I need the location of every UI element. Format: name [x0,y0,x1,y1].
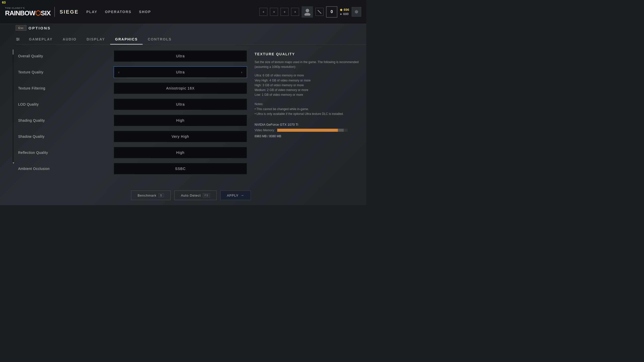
svg-point-7 [17,38,18,39]
gpu-info: NVIDIA GeForce GTX 1070 Ti Video Memory:… [255,123,361,138]
texture-quality-right-arrow[interactable]: › [240,69,244,75]
add-btn-2[interactable]: + [270,8,278,16]
add-btn-1[interactable]: + [259,8,267,16]
setting-row-overall-quality: Overall Quality Ultra [16,50,247,63]
nav-links: PLAY OPERATORS SHOP [86,9,259,15]
content-area: ▼ Overall Quality Ultra Texture Quality … [16,50,366,178]
svg-point-8 [18,39,19,40]
cancel-icon[interactable] [315,8,324,16]
squad-count[interactable]: 0 [326,6,337,18]
avatar[interactable] [302,6,313,18]
currency-area: ◆ 696 ● 600 [340,8,349,16]
svg-point-9 [17,40,18,41]
info-notes: Notes: • This cannot be changed while in… [255,102,361,116]
setting-row-texture-filtering: Texture Filtering Anisotropic 16X [16,82,247,95]
add-btn-4[interactable]: + [291,8,299,16]
auto-detect-label: Auto Detect [181,194,201,197]
vram-label: Video Memory: [255,128,275,132]
label-texture-quality: Texture Quality [16,70,114,74]
logo-area: TOM CLANCY'S RAINBOW⬡SIX SIEGE [5,7,79,17]
tab-bar: GAMEPLAY AUDIO DISPLAY GRAPHICS CONTROLS [16,35,366,44]
texture-quality-value: Ultra [121,70,240,74]
setting-row-texture-quality: Texture Quality ‹ Ultra › [16,66,247,79]
breadcrumb: Esc OPTIONS [16,25,366,31]
value-texture-quality[interactable]: ‹ Ultra › [114,66,247,78]
label-reflection-quality: Reflection Quality [16,151,114,155]
info-panel: TEXTURE QUALITY Set the size of texture … [247,50,366,178]
add-btn-3[interactable]: + [280,8,289,16]
esc-button[interactable]: Esc [16,25,26,31]
svg-point-1 [304,13,310,16]
settings-list: ▼ Overall Quality Ultra Texture Quality … [16,50,247,178]
auto-detect-key: F9 [203,193,210,197]
tab-display[interactable]: DISPLAY [82,35,110,44]
page-title: OPTIONS [28,26,51,30]
value-shadow-quality[interactable]: Very High [114,131,247,142]
setting-row-shading-quality: Shading Quality High [16,114,247,127]
currency-c: ● 600 [340,12,349,16]
apply-button[interactable]: APPLY → [220,191,251,200]
tab-audio[interactable]: AUDIO [58,35,82,44]
svg-point-0 [306,9,309,12]
info-title: TEXTURE QUALITY [255,52,361,56]
vram-numbers: 6983 MB / 8080 MB [255,134,361,138]
vram-bar [277,129,348,132]
scroll-track [13,50,14,163]
currency-r: ◆ 696 [340,8,349,12]
label-overall-quality: Overall Quality [16,54,114,58]
label-shading-quality: Shading Quality [16,118,114,122]
nav-operators[interactable]: OPERATORS [105,9,131,15]
gpu-name: NVIDIA GeForce GTX 1070 Ti [255,123,361,126]
options-icon [16,37,20,42]
setting-row-ambient-occlusion: Ambient Occlusion SSBC [16,162,247,175]
nav-shop[interactable]: SHOP [139,9,151,15]
texture-quality-left-arrow[interactable]: ‹ [117,69,121,75]
nav-play[interactable]: PLAY [86,9,97,15]
info-description: Set the size of texture maps used in the… [255,60,361,69]
benchmark-button[interactable]: Benchmark B [131,191,171,200]
tab-graphics[interactable]: GRAPHICS [110,35,143,44]
svg-point-3 [356,11,357,13]
info-tiers: Ultra: 6 GB of video memory or more Very… [255,73,361,97]
scroll-down-arrow[interactable]: ▼ [12,161,15,164]
vram-available-bar [338,129,343,132]
value-reflection-quality[interactable]: High [114,147,247,158]
label-ambient-occlusion: Ambient Occlusion [16,167,114,171]
fps-counter: 63 [2,1,6,4]
gear-icon [354,10,358,14]
value-shading-quality[interactable]: High [114,115,247,126]
value-ambient-occlusion[interactable]: SSBC [114,163,247,174]
benchmark-label: Benchmark [138,194,156,197]
top-nav: TOM CLANCY'S RAINBOW⬡SIX SIEGE PLAY OPER… [0,0,366,24]
options-panel: Esc OPTIONS GAMEPLAY AUDIO DISPLAY GRAPH… [16,25,366,205]
apply-label: APPLY [227,194,238,197]
value-texture-filtering[interactable]: Anisotropic 16X [114,82,247,94]
logo-r6: RAINBOW⬡SIX [5,10,51,17]
auto-detect-button[interactable]: Auto Detect F9 [174,191,217,200]
bottom-bar: Benchmark B Auto Detect F9 APPLY → [16,191,366,200]
tab-gameplay[interactable]: GAMEPLAY [24,35,58,44]
setting-row-lod-quality: LOD Quality Ultra [16,98,247,111]
label-lod-quality: LOD Quality [16,102,114,106]
label-texture-filtering: Texture Filtering [16,86,114,90]
logo-divider [54,7,55,17]
logo-siege: SIEGE [60,9,79,15]
svg-line-2 [318,10,321,14]
scroll-thumb [13,50,14,55]
vram-used-bar [277,129,338,132]
avatar-icon [304,8,311,16]
benchmark-key: B [158,193,164,197]
setting-row-shadow-quality: Shadow Quality Very High [16,130,247,143]
label-shadow-quality: Shadow Quality [16,134,114,139]
tab-controls[interactable]: CONTROLS [143,35,177,44]
nav-right: + + + + 0 ◆ 696 ● 600 [259,6,361,18]
value-lod-quality[interactable]: Ultra [114,99,247,110]
value-overall-quality[interactable]: Ultra [114,50,247,62]
settings-gear-btn[interactable] [352,7,361,17]
setting-row-reflection-quality: Reflection Quality High [16,146,247,159]
apply-arrow-icon: → [240,193,244,197]
